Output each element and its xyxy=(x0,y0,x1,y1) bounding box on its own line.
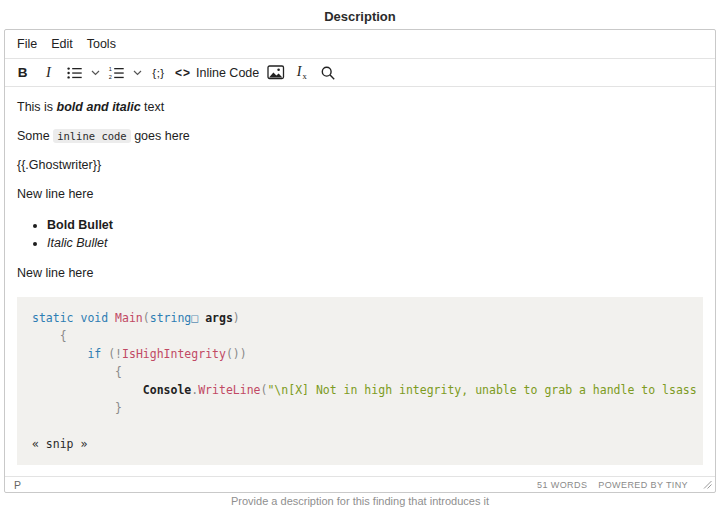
code-block: static void Main(string□ args) { if (!Is… xyxy=(17,297,703,465)
svg-text:1: 1 xyxy=(109,65,112,71)
rich-text-editor: File Edit Tools B I xyxy=(4,29,716,493)
numbered-list-button[interactable]: 1 2 xyxy=(104,61,129,85)
angle-brackets-icon: <> xyxy=(175,66,191,80)
paragraph: This is bold and italic text xyxy=(17,99,703,116)
list-item: Italic Bullet xyxy=(47,235,703,252)
toolbar: B I 1 2 xyxy=(5,58,715,87)
list-item: Bold Bullet xyxy=(47,217,703,234)
inline-code-button[interactable]: <> Inline Code xyxy=(172,61,262,85)
paragraph: New line here xyxy=(17,265,703,282)
code-line xyxy=(32,417,688,435)
code-sample-button[interactable]: {;} xyxy=(146,61,171,85)
helper-text: Provide a description for this finding t… xyxy=(0,493,720,507)
statusbar: P 51 WORDS POWERED BY TINY xyxy=(5,476,715,492)
chevron-down-icon xyxy=(133,70,142,76)
code-line: static void Main(string□ args) xyxy=(32,309,688,327)
code-sample-icon: {;} xyxy=(152,67,164,79)
menu-file[interactable]: File xyxy=(10,34,44,54)
italic-icon: I xyxy=(46,64,51,81)
code-line: { xyxy=(32,363,688,381)
clear-formatting-button[interactable]: Ix xyxy=(289,61,314,85)
menubar: File Edit Tools xyxy=(5,30,715,58)
paragraph: New line here xyxy=(17,186,703,203)
search-button[interactable] xyxy=(315,61,340,85)
resize-handle[interactable] xyxy=(703,480,712,489)
bullet-list: Bold Bullet Italic Bullet xyxy=(17,217,703,251)
inline-code-chip: inline code xyxy=(53,129,131,143)
code-line: « snip » xyxy=(32,435,688,453)
paragraph: Some inline code goes here xyxy=(17,128,703,145)
bold-icon: B xyxy=(18,65,28,80)
page-title: Description xyxy=(0,0,720,29)
bold-italic-text: bold and italic xyxy=(57,100,141,114)
numbered-list-icon: 1 2 xyxy=(108,65,125,81)
clear-formatting-icon: Ix xyxy=(297,64,307,81)
word-count: 51 WORDS xyxy=(537,480,587,490)
bullet-list-icon xyxy=(66,65,83,81)
bullet-list-button[interactable] xyxy=(62,61,87,85)
inline-code-button-label: Inline Code xyxy=(196,66,259,80)
svg-text:2: 2 xyxy=(109,74,112,80)
bold-button[interactable]: B xyxy=(10,61,35,85)
bullet-list-menu-button[interactable] xyxy=(88,61,103,85)
code-line: Console.WriteLine("\n[X] Not in high int… xyxy=(32,381,688,399)
insert-image-button[interactable] xyxy=(263,61,288,85)
paragraph: {{.Ghostwriter}} xyxy=(17,157,703,174)
search-icon xyxy=(320,65,336,81)
numbered-list-menu-button[interactable] xyxy=(130,61,145,85)
code-line: if (!IsHighIntegrity()) xyxy=(32,345,688,363)
branding-link[interactable]: POWERED BY TINY xyxy=(598,480,688,490)
editor-content[interactable]: This is bold and italic text Some inline… xyxy=(5,87,715,476)
code-line: } xyxy=(32,399,688,417)
chevron-down-icon xyxy=(91,70,100,76)
element-path[interactable]: P xyxy=(14,479,21,491)
italic-button[interactable]: I xyxy=(36,61,61,85)
menu-tools[interactable]: Tools xyxy=(80,34,123,54)
image-icon xyxy=(267,65,285,80)
menu-edit[interactable]: Edit xyxy=(44,34,80,54)
code-line: { xyxy=(32,327,688,345)
